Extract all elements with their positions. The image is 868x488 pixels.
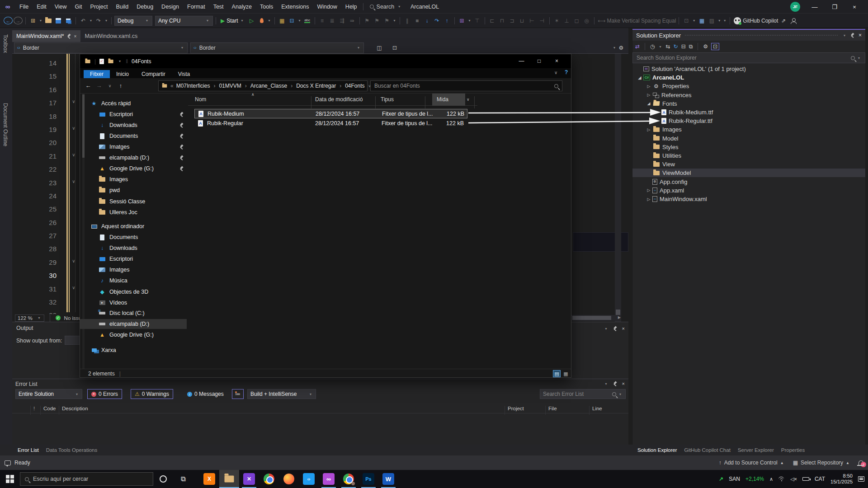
taskbar-vscode-icon[interactable]: ‹›: [299, 470, 319, 488]
chevron-down-icon[interactable]: ▾: [392, 19, 397, 23]
expander-icon[interactable]: ▷: [645, 127, 652, 132]
file-row-rubik-medium[interactable]: A Rubik-Medium 28/12/2024 16:57 Fitxer d…: [194, 109, 467, 118]
taskbar-visual-studio-icon[interactable]: ∞: [319, 470, 339, 488]
tree-item-rubik-medium[interactable]: ARubik-Medium.ttf: [632, 108, 865, 117]
menu-item[interactable]: File: [15, 0, 33, 14]
close-icon[interactable]: ×: [859, 32, 862, 38]
comment-icon[interactable]: ≣: [328, 16, 337, 25]
menu-item[interactable]: Help: [341, 0, 361, 14]
chevron-down-icon[interactable]: ▾: [104, 19, 108, 23]
fold-chevron[interactable]: ∨: [70, 99, 77, 104]
tree-item-model[interactable]: Model: [632, 134, 865, 143]
column-project[interactable]: Project: [508, 406, 524, 411]
zoom-level-dropdown[interactable]: 122 %▾: [15, 314, 44, 322]
tree-item-project[interactable]: ◢C#ArcaneLOL: [632, 73, 865, 82]
sidebar-item-drive-d[interactable]: elcampalab (D:): [80, 153, 187, 163]
bookmark-icon[interactable]: ⚑: [363, 16, 372, 25]
menu-item[interactable]: Design: [157, 0, 183, 14]
recent-locations-chevron-icon[interactable]: ∨: [104, 84, 115, 88]
messages-filter-button[interactable]: i0 Messages: [183, 389, 228, 399]
taskbar-design-tool-icon[interactable]: ✕: [239, 470, 259, 488]
tree-item-app-config[interactable]: ⚙App.config: [632, 178, 865, 186]
column-description[interactable]: Description: [62, 406, 88, 411]
bookmark-prev-icon[interactable]: ⚑: [373, 16, 382, 25]
chevron-down-icon[interactable]: ▾: [89, 19, 93, 23]
tree-item-fonts[interactable]: ◢Fonts: [632, 99, 865, 108]
taskbar-file-explorer-icon[interactable]: [219, 470, 239, 488]
menu-item[interactable]: Extensions: [277, 0, 313, 14]
layout-grid-icon[interactable]: ▦: [697, 16, 706, 25]
hidden-icons-chevron[interactable]: ∧: [769, 476, 773, 482]
tree-item-solution[interactable]: ∞Solution 'ArcaneLOL' (1 of 1 project): [632, 65, 865, 73]
find-in-files-icon[interactable]: ▦: [278, 16, 287, 25]
sidebar-item-google-drive-pc[interactable]: ▲Google Drive (G:): [80, 330, 187, 340]
close-icon[interactable]: ×: [622, 326, 625, 331]
properties-check-icon[interactable]: ✓: [99, 59, 104, 64]
sidebar-item-documents-pc[interactable]: Documents: [80, 232, 187, 242]
sidebar-item-documents[interactable]: Documents: [80, 131, 187, 141]
task-view-button[interactable]: ⧉: [173, 470, 193, 488]
sidebar-item-this-pc[interactable]: Aquest ordinador: [80, 221, 187, 231]
explorer-maximize-button[interactable]: □: [530, 54, 548, 67]
copy-icon[interactable]: ⧉: [689, 43, 693, 50]
wifi-icon[interactable]: [778, 477, 785, 481]
designer-breadcrumb-left[interactable]: ‹› Border ▾: [14, 42, 188, 53]
expander-icon[interactable]: ▷: [645, 84, 652, 89]
column-file[interactable]: File: [548, 406, 557, 411]
stop-icon[interactable]: ■: [413, 16, 422, 25]
quick-access-toolbar-chevron-icon[interactable]: ▾: [118, 59, 122, 63]
chevron-down-icon[interactable]: ▾: [717, 19, 722, 23]
chevron-down-icon[interactable]: ▾: [722, 19, 727, 23]
tab-mainwindow-xaml-cs[interactable]: MainWindow.xaml.cs: [80, 30, 142, 42]
align-left-icon[interactable]: ⊏: [488, 16, 497, 25]
expander-icon[interactable]: ◢: [645, 101, 652, 106]
xaml-designer-icon[interactable]: ⊞: [458, 16, 467, 25]
sidebar-item-images-folder[interactable]: Images: [80, 174, 187, 184]
fold-chevron[interactable]: ∨: [70, 179, 77, 184]
breadcrumb-segment[interactable]: M07Interficies: [176, 83, 210, 89]
github-copilot-icon[interactable]: [733, 16, 742, 25]
fit-selection-icon[interactable]: ◻: [572, 16, 581, 25]
expander-icon[interactable]: ▷: [645, 188, 652, 192]
breadcrumb-segment[interactable]: 04Fonts: [336, 83, 364, 89]
sidebar-item-network[interactable]: Xarxa: [80, 345, 187, 355]
tree-item-styles[interactable]: Styles: [632, 143, 865, 151]
close-tab-icon[interactable]: ×: [74, 34, 77, 39]
expander-icon[interactable]: ◢: [636, 75, 643, 80]
solution-platform-dropdown[interactable]: Any CPU▾: [155, 16, 213, 26]
gear-icon[interactable]: ⚙: [617, 43, 626, 52]
bottom-tab[interactable]: Error List: [14, 446, 42, 454]
menu-item[interactable]: Git: [71, 0, 86, 14]
fold-chevron[interactable]: ∨: [70, 126, 77, 131]
menu-item[interactable]: Debug: [132, 0, 157, 14]
undo-icon[interactable]: ↶: [79, 16, 88, 25]
filter-toggle-button[interactable]: ≔: [232, 389, 244, 399]
align-bottom-icon[interactable]: ⊥: [562, 16, 571, 25]
taskbar-firefox-icon[interactable]: [279, 470, 299, 488]
redo-icon[interactable]: ↷: [94, 16, 103, 25]
feedback-icon[interactable]: [5, 460, 11, 465]
chevron-down-icon[interactable]: ▾: [38, 19, 43, 23]
menu-item[interactable]: Project: [86, 0, 112, 14]
explorer-minimize-button[interactable]: —: [513, 54, 530, 67]
thumbnails-view-button[interactable]: ▦: [562, 370, 570, 377]
volume-muted-icon[interactable]: ◁×: [790, 476, 797, 482]
drag-handle[interactable]: [684, 34, 839, 37]
sidebar-item-3d-objects[interactable]: ◆Objectes de 3D: [80, 287, 187, 297]
column-data-modificacio[interactable]: Data de modificació: [315, 96, 363, 103]
snap-grid-icon[interactable]: ✶: [552, 16, 561, 25]
bookmark-next-icon[interactable]: ⚑: [382, 16, 392, 25]
stock-ticker-icon[interactable]: ↗: [719, 476, 723, 482]
sidebar-item-drive-c[interactable]: ⊞Disc local (C:): [80, 308, 187, 318]
bottom-tab[interactable]: Data Tools Operations: [42, 446, 101, 454]
tab-mainwindow-xaml[interactable]: MainWindow.xaml* ×: [12, 30, 80, 42]
swap-panes-icon[interactable]: ⊡: [390, 43, 399, 52]
file-row-rubik-regular[interactable]: A Rubik-Regular 28/12/2024 16:57 Fitxer …: [194, 119, 467, 128]
forward-icon[interactable]: →: [94, 82, 104, 89]
ribbon-tab[interactable]: Fitxer: [84, 70, 110, 78]
pin-icon[interactable]: [613, 381, 618, 386]
tree-item-rubik-regular[interactable]: ARubik-Regular.ttf: [632, 117, 865, 125]
menu-item[interactable]: Format: [183, 0, 209, 14]
grid-icon[interactable]: ⊡: [682, 16, 691, 25]
tree-item-references[interactable]: ▷References: [632, 91, 865, 99]
